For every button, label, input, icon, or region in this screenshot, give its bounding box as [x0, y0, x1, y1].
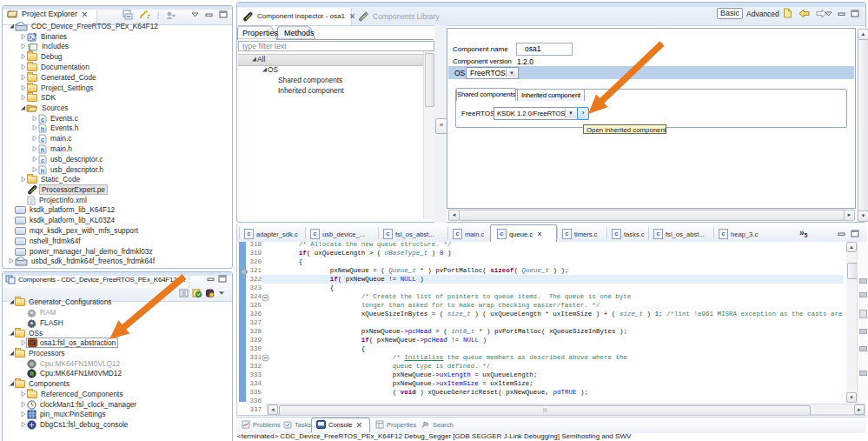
- svg-text:c: c: [41, 156, 44, 164]
- svg-text:c: c: [41, 135, 44, 143]
- svg-text:c: c: [41, 115, 44, 123]
- svg-text:h: h: [41, 124, 45, 132]
- svg-text:h: h: [41, 145, 45, 153]
- svg-text:h: h: [41, 166, 45, 174]
